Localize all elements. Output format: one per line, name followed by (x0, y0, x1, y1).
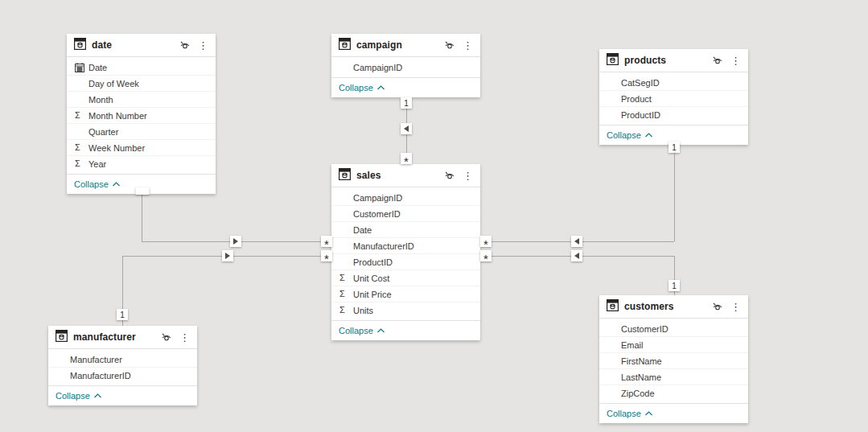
field-list: CampaignID (331, 57, 480, 78)
entity-card-sales[interactable]: sales ⋮ CampaignID CustomerID Date Manuf… (331, 164, 480, 340)
collapse-label: Collapse (607, 409, 641, 418)
arrow-right-icon (225, 253, 230, 259)
field-row[interactable]: Manufacturer (48, 352, 197, 368)
eye-icon[interactable] (443, 171, 456, 180)
field-name: Units (353, 306, 373, 315)
eye-icon[interactable] (711, 56, 724, 65)
filter-direction-arrow-icon[interactable] (571, 250, 582, 261)
field-row[interactable]: LastName (599, 369, 748, 385)
field-list: CampaignID CustomerID Date ManufacturerI… (331, 187, 480, 321)
field-row[interactable]: ZipCode (599, 385, 748, 401)
more-options-icon[interactable]: ⋮ (462, 171, 474, 181)
sigma-icon: Σ (75, 143, 88, 152)
cardinality-one-marker: 1 (401, 97, 412, 109)
table-icon (56, 330, 68, 345)
field-row[interactable]: ProductID (599, 107, 748, 122)
table-title: date (92, 39, 173, 51)
field-name: ProductID (621, 110, 660, 120)
chevron-up-icon (645, 133, 652, 138)
field-row[interactable]: Date (67, 60, 216, 76)
more-options-icon[interactable]: ⋮ (730, 56, 742, 66)
field-row[interactable]: ProductID (331, 254, 480, 270)
collapse-button[interactable]: Collapse (48, 386, 197, 405)
field-row[interactable]: ΣWeek Number (67, 140, 216, 156)
field-row[interactable]: ΣUnits (331, 302, 480, 318)
collapse-button[interactable]: Collapse (331, 321, 480, 340)
field-list: CatSegID Product ProductID (599, 72, 748, 125)
more-options-icon[interactable]: ⋮ (462, 40, 474, 51)
filter-direction-arrow-icon[interactable] (222, 250, 233, 261)
table-header[interactable]: campaign ⋮ (331, 34, 480, 57)
chevron-up-icon (645, 411, 652, 416)
table-header[interactable]: date ⋮ (67, 34, 216, 57)
entity-card-customers[interactable]: customers ⋮ CustomerID Email FirstName L… (599, 295, 748, 423)
entity-card-campaign[interactable]: campaign ⋮ CampaignID Collapse (331, 34, 480, 97)
cardinality-many-marker: * (480, 250, 492, 261)
eye-icon[interactable] (160, 332, 173, 342)
cardinality-many-marker: * (321, 236, 332, 247)
field-name: Month (88, 95, 113, 105)
field-name: Product (621, 94, 652, 104)
field-row[interactable]: Quarter (67, 124, 216, 140)
collapse-label: Collapse (339, 83, 373, 93)
table-header[interactable]: customers ⋮ (599, 295, 748, 319)
field-name: Month Number (88, 111, 147, 121)
more-options-icon[interactable]: ⋮ (197, 40, 209, 51)
relationship-line-products-sales[interactable] (674, 141, 675, 241)
collapse-button[interactable]: Collapse (599, 404, 748, 423)
field-row[interactable]: Month (67, 92, 216, 108)
field-row[interactable]: Date (331, 222, 480, 238)
entity-card-manufacturer[interactable]: manufacturer ⋮ Manufacturer Manufacturer… (48, 326, 197, 405)
field-row[interactable]: ΣYear (67, 156, 216, 171)
filter-direction-arrow-icon[interactable] (401, 123, 412, 134)
table-title: manufacturer (73, 331, 154, 343)
entity-card-date[interactable]: date ⋮ Date Day of Week Month ΣMonth Num… (67, 34, 216, 194)
field-name: ManufacturerID (353, 241, 414, 251)
field-name: Date (88, 63, 107, 72)
filter-direction-arrow-icon[interactable] (571, 236, 582, 247)
cardinality-marker-hidden (136, 187, 150, 195)
table-title: customers (624, 301, 706, 312)
field-row[interactable]: ΣMonth Number (67, 108, 216, 124)
field-name: Day of Week (88, 79, 139, 88)
field-row[interactable]: Day of Week (67, 76, 216, 92)
field-row[interactable]: CustomerID (331, 206, 480, 222)
cardinality-many-marker: * (321, 250, 332, 261)
cardinality-one-marker: 1 (668, 142, 680, 153)
table-title: products (624, 55, 706, 66)
field-row[interactable]: FirstName (599, 353, 748, 369)
field-row[interactable]: ManufacturerID (48, 368, 197, 383)
collapse-label: Collapse (74, 179, 109, 189)
relationship-line-date-sales[interactable] (142, 189, 142, 241)
field-row[interactable]: ΣUnit Cost (331, 270, 480, 286)
field-row[interactable]: Product (599, 91, 748, 107)
calendar-icon (75, 63, 88, 72)
eye-icon[interactable] (711, 302, 724, 311)
table-icon (339, 168, 351, 183)
field-row[interactable]: CampaignID (331, 190, 480, 206)
collapse-button[interactable]: Collapse (331, 78, 480, 97)
field-row[interactable]: CampaignID (331, 60, 480, 75)
collapse-label: Collapse (339, 326, 373, 335)
field-row[interactable]: ΣUnit Price (331, 286, 480, 302)
field-row[interactable]: ManufacturerID (331, 238, 480, 254)
arrow-right-icon (233, 238, 238, 245)
eye-icon[interactable] (443, 40, 456, 50)
filter-direction-arrow-icon[interactable] (230, 236, 241, 247)
table-icon (339, 38, 351, 53)
field-row[interactable]: Email (599, 337, 748, 353)
chevron-up-icon (377, 85, 385, 90)
table-title: sales (356, 170, 438, 181)
field-name: CustomerID (621, 324, 668, 334)
cardinality-one-marker: 1 (668, 280, 680, 291)
more-options-icon[interactable]: ⋮ (179, 332, 191, 343)
field-name: Week Number (88, 143, 145, 153)
more-options-icon[interactable]: ⋮ (730, 302, 742, 312)
eye-icon[interactable] (179, 40, 191, 50)
field-row[interactable]: CatSegID (599, 75, 748, 91)
field-name: Year (88, 159, 106, 169)
table-header[interactable]: products ⋮ (599, 49, 748, 72)
entity-card-products[interactable]: products ⋮ CatSegID Product ProductID Co… (599, 49, 748, 145)
field-row[interactable]: CustomerID (599, 321, 748, 337)
table-header[interactable]: manufacturer ⋮ (48, 326, 197, 349)
